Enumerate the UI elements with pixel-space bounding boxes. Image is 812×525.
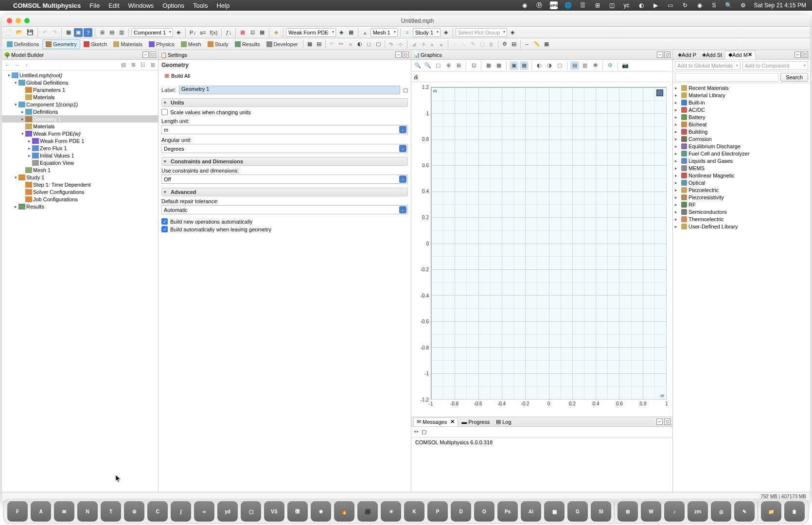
status-icon[interactable]: ◐ (637, 1, 645, 9)
status-icon[interactable]: 🌐 (565, 1, 572, 9)
toolbar-icon[interactable]: ▤ (107, 28, 116, 37)
add-material-icon[interactable]: ◆ (272, 28, 281, 37)
tree-node[interactable]: Materials (2, 122, 158, 130)
toolbar-icon[interactable]: ◈ (337, 28, 346, 37)
toolbar-icon[interactable]: P↓ (188, 28, 197, 37)
menubar-datetime[interactable]: Sat Sep 21 4:15 PM (754, 2, 806, 9)
menu-help[interactable]: Help (216, 2, 229, 9)
menu-options[interactable]: Options (162, 2, 184, 9)
dock-app[interactable]: ⚙ (124, 501, 144, 522)
material-node[interactable]: ▸Semiconductors (675, 208, 808, 215)
close-window[interactable] (7, 18, 12, 23)
tab-log[interactable]: ▤ Log (493, 418, 514, 426)
minimize-pane[interactable]: – (794, 52, 801, 58)
tree-node[interactable]: ▾Weak Form PDE (w) (2, 130, 158, 137)
ribbon-icon[interactable]: ✎ (469, 40, 477, 49)
dock-app[interactable]: ▦ (544, 501, 565, 522)
menu-edit[interactable]: Edit (108, 2, 119, 9)
select-icon[interactable]: ▦ (520, 61, 529, 70)
tab-geometry[interactable]: Geometry (42, 39, 80, 49)
ribbon-icon[interactable]: 📏 (532, 40, 542, 49)
ribbon-icon[interactable]: ▤ (315, 40, 323, 49)
tree-node[interactable]: ▾Untitled.mph (root) (2, 71, 158, 79)
maximize-pane[interactable]: □ (150, 52, 156, 58)
ribbon-icon[interactable]: ⚙ (500, 40, 509, 49)
status-icon[interactable]: ▶ (652, 1, 660, 9)
tree-nav-icon[interactable]: ← (3, 61, 11, 69)
section-units[interactable]: ▾Units (161, 98, 408, 107)
app-name[interactable]: COMSOL Multiphysics (13, 2, 81, 9)
maximize-window[interactable] (24, 18, 30, 23)
dock-app[interactable]: C (147, 501, 168, 522)
dock-app[interactable]: VS (264, 501, 284, 522)
dock-app[interactable]: ♪ (664, 501, 685, 522)
minimize-window[interactable] (16, 18, 21, 23)
material-node[interactable]: ▸RF (675, 201, 808, 208)
dock-app[interactable]: P (427, 501, 448, 522)
tree-node[interactable]: ▾Component 1 (comp1) (2, 101, 158, 108)
material-node[interactable]: ▸Building (675, 128, 808, 135)
maximize-pane[interactable]: □ (664, 52, 671, 58)
menu-file[interactable]: File (89, 2, 100, 9)
ribbon-icon[interactable]: 🗑 (487, 40, 496, 49)
dock-app[interactable]: ∫ (171, 501, 191, 522)
dock-app[interactable]: ⬛ (357, 501, 378, 522)
dock-app[interactable]: A (31, 501, 51, 522)
gfx-icon[interactable]: ▤ (570, 61, 579, 70)
toolbar-icon[interactable]: ▦ (347, 28, 355, 37)
plotgroup-dropdown[interactable]: Select Plot Group (456, 28, 507, 37)
section-advanced[interactable]: ▾Advanced (161, 188, 408, 196)
add-plotgroup-icon[interactable]: ◈ (508, 28, 517, 37)
add-global-dropdown[interactable]: Add to Global Materials (675, 61, 741, 70)
tree-node[interactable]: ▸Definitions (2, 108, 158, 115)
maximize-pane[interactable]: □ (802, 52, 808, 58)
tree-node[interactable]: Job Configurations (2, 195, 158, 203)
zoom-box-icon[interactable]: ▢ (434, 61, 442, 70)
tree-node[interactable]: Parameters 1 (2, 86, 158, 93)
show-label-icon[interactable]: ▢ (403, 87, 408, 93)
material-node[interactable]: ▸User-Defined Library (675, 223, 808, 230)
build-mesh-icon[interactable]: ▲ (361, 28, 370, 37)
toolbar-icon[interactable]: ⊞ (98, 28, 106, 37)
dock-app[interactable]: D (451, 501, 471, 522)
material-node[interactable]: ▸Built-in (675, 99, 808, 106)
status-icon[interactable]: ▭ (667, 1, 674, 9)
tree-node[interactable]: ▸Results (2, 203, 158, 210)
tab-physics[interactable]: Physics (146, 39, 177, 49)
component-dropdown[interactable]: Component 1 (131, 28, 173, 37)
minimize-pane[interactable]: – (395, 52, 402, 58)
tab-mesh[interactable]: Mesh (178, 39, 204, 49)
status-icon[interactable]: ☰ (579, 1, 587, 9)
status-icon[interactable]: ⓟ (535, 1, 543, 9)
dock-app[interactable]: ☀ (381, 501, 401, 522)
use-constraints-select[interactable]: Off⌄ (161, 175, 408, 184)
tab-definitions[interactable]: Definitions (4, 39, 42, 49)
dock-app[interactable]: O (474, 501, 494, 522)
ribbon-icon[interactable]: ∿ (387, 40, 396, 49)
scale-values-checkbox[interactable] (161, 109, 168, 115)
tree-nav-icon[interactable]: ↑ (23, 61, 31, 69)
status-icon[interactable]: S (710, 1, 718, 9)
dock-app[interactable]: W (641, 501, 661, 522)
toolbar-icon[interactable]: a= (198, 28, 208, 37)
material-node[interactable]: ▸Piezoelectric (675, 186, 808, 193)
menu-windows[interactable]: Windows (128, 2, 154, 9)
minimize-pane[interactable]: – (656, 419, 663, 425)
material-node[interactable]: ▸Equilibrium Discharge (675, 142, 808, 150)
tree-node[interactable]: ▾Global Definitions (2, 79, 158, 86)
tree-node[interactable]: Materials (2, 93, 158, 101)
build-leave-checkbox[interactable]: ✓ (161, 226, 168, 232)
dock-app[interactable]: ❋ (311, 501, 331, 522)
zoom-selected-icon[interactable]: ⊞ (454, 61, 463, 70)
dock-app[interactable]: yd (217, 501, 238, 522)
wifi-icon[interactable]: ◉ (696, 1, 704, 9)
gfx-icon[interactable]: ▥ (581, 61, 589, 70)
dock-app[interactable]: Ai (521, 501, 541, 522)
tree-node[interactable]: ▸Geometry 1 (2, 115, 158, 122)
compute-icon[interactable]: = (403, 28, 412, 37)
gfx-icon[interactable]: ⚙ (606, 61, 615, 70)
tab-sketch[interactable]: Sketch (81, 39, 110, 49)
material-node[interactable]: ▸Bioheat (675, 121, 808, 128)
build-all-icon[interactable]: ▦ (238, 28, 247, 37)
tree-toolbar-icon[interactable]: ☷ (139, 61, 147, 69)
